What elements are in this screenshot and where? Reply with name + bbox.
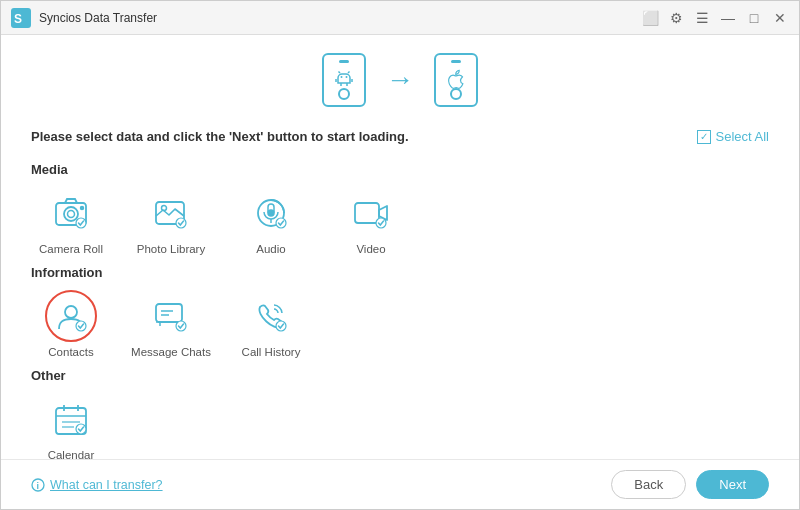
monitor-icon[interactable]: ⬜ [641, 10, 659, 26]
section-label-media: Media [31, 162, 769, 177]
svg-point-11 [64, 207, 78, 221]
item-call-history[interactable]: Call History [231, 290, 311, 358]
app-logo-icon: S [11, 8, 31, 28]
maximize-button[interactable]: □ [745, 10, 763, 26]
transfer-arrow-icon: → [386, 64, 414, 96]
photo-library-label: Photo Library [137, 243, 205, 255]
svg-text:i: i [37, 481, 40, 491]
target-device [434, 53, 478, 107]
android-icon [332, 68, 356, 92]
svg-point-12 [68, 211, 75, 218]
svg-text:S: S [14, 12, 22, 26]
source-device [322, 53, 366, 107]
settings-icon[interactable]: ⚙ [667, 10, 685, 26]
audio-icon [252, 194, 290, 232]
item-camera-roll[interactable]: Camera Roll [31, 187, 111, 255]
svg-point-16 [162, 206, 167, 211]
instruction-text: Please select data and click the 'Next' … [31, 129, 409, 144]
call-history-icon-wrap [245, 290, 297, 342]
contacts-icon-wrap [45, 290, 97, 342]
window-title: Syncios Data Transfer [39, 11, 641, 25]
minimize-button[interactable]: — [719, 10, 737, 26]
content-area: Media Camera Roll [1, 156, 799, 459]
call-history-label: Call History [242, 346, 301, 358]
photo-library-icon-wrap [145, 187, 197, 239]
call-history-icon [252, 297, 290, 335]
item-audio[interactable]: Audio [231, 187, 311, 255]
next-button[interactable]: Next [696, 470, 769, 499]
ios-phone-icon [434, 53, 478, 107]
camera-roll-icon-wrap [45, 187, 97, 239]
svg-point-25 [65, 306, 77, 318]
svg-line-4 [339, 72, 341, 74]
footer: i What can I transfer? Back Next [1, 459, 799, 509]
camera-roll-label: Camera Roll [39, 243, 103, 255]
media-items-grid: Camera Roll Photo Library [31, 187, 769, 255]
svg-point-2 [341, 76, 343, 78]
other-items-grid: Calendar [31, 393, 769, 459]
svg-line-5 [348, 72, 350, 74]
contacts-icon [52, 297, 90, 335]
video-icon-wrap [345, 187, 397, 239]
item-video[interactable]: Video [331, 187, 411, 255]
back-button[interactable]: Back [611, 470, 686, 499]
select-all-control[interactable]: ✓ Select All [697, 129, 769, 144]
section-label-information: Information [31, 265, 769, 280]
android-phone-icon [322, 53, 366, 107]
photo-library-icon [152, 194, 190, 232]
footer-buttons: Back Next [611, 470, 769, 499]
instruction-bar: Please select data and click the 'Next' … [1, 121, 799, 156]
window-controls: ⬜ ⚙ ☰ — □ ✕ [641, 10, 789, 26]
svg-rect-27 [156, 304, 182, 322]
calendar-label: Calendar [48, 449, 95, 459]
item-calendar[interactable]: Calendar [31, 393, 111, 459]
contacts-label: Contacts [48, 346, 93, 358]
audio-icon-wrap [245, 187, 297, 239]
transfer-info-link[interactable]: i What can I transfer? [31, 478, 163, 492]
select-all-checkbox[interactable]: ✓ [697, 130, 711, 144]
transfer-info-label: What can I transfer? [50, 478, 163, 492]
message-chats-icon [152, 297, 190, 335]
title-bar: S Syncios Data Transfer ⬜ ⚙ ☰ — □ ✕ [1, 1, 799, 35]
transfer-header: → [1, 35, 799, 121]
item-photo-library[interactable]: Photo Library [131, 187, 211, 255]
svg-point-3 [346, 76, 348, 78]
menu-icon[interactable]: ☰ [693, 10, 711, 26]
calendar-icon-wrap [45, 393, 97, 445]
message-chats-label: Message Chats [131, 346, 211, 358]
svg-rect-23 [355, 203, 379, 223]
svg-point-13 [81, 207, 84, 210]
apple-icon [445, 69, 467, 91]
item-message-chats[interactable]: Message Chats [131, 290, 211, 358]
info-icon: i [31, 478, 45, 492]
information-items-grid: Contacts Message Chats [31, 290, 769, 358]
section-label-other: Other [31, 368, 769, 383]
audio-label: Audio [256, 243, 285, 255]
select-all-label: Select All [716, 129, 769, 144]
video-label: Video [356, 243, 385, 255]
camera-roll-icon [52, 194, 90, 232]
video-icon [352, 194, 390, 232]
calendar-icon [52, 400, 90, 438]
close-button[interactable]: ✕ [771, 10, 789, 26]
main-window: S Syncios Data Transfer ⬜ ⚙ ☰ — □ ✕ [0, 0, 800, 510]
message-chats-icon-wrap [145, 290, 197, 342]
item-contacts[interactable]: Contacts [31, 290, 111, 358]
